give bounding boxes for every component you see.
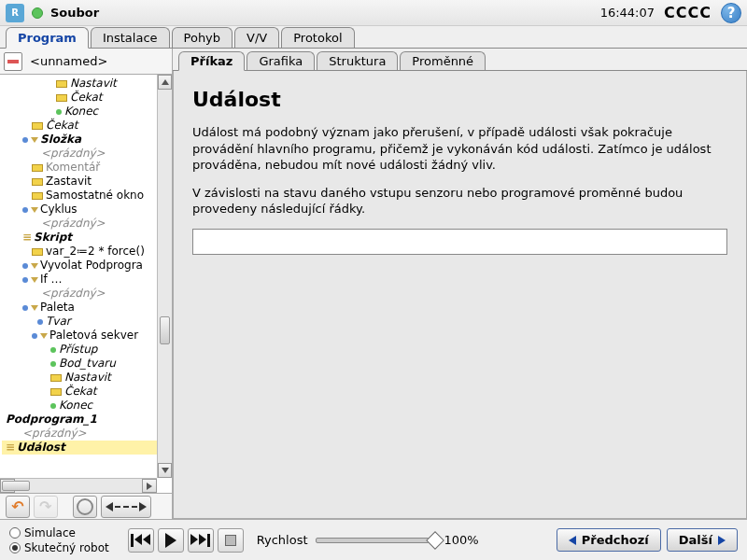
scroll-thumb[interactable] [160,316,170,344]
stop-button[interactable] [218,528,244,553]
tree-row[interactable]: Tvar [2,315,172,329]
tree-label: Konec [64,105,98,119]
command-panel: Událost Událost má podobný význam jako p… [173,71,747,519]
undo-button[interactable]: ↶ [6,496,30,518]
arrow-left-icon [569,536,576,545]
radio-simulation[interactable]: Simulace [9,526,109,539]
tree-row[interactable]: Komentář [2,161,172,175]
tree-hscrollbar[interactable] [0,478,157,493]
radio-real-robot[interactable]: Skutečný robot [9,541,109,554]
tree-label: Paletová sekver [49,329,138,343]
tree-label: Vyvolat Podprogra [40,259,143,273]
tree-row[interactable]: Vyvolat Podprogra [2,259,172,273]
radio-real-label: Skutečný robot [24,541,109,554]
compass-icon [77,498,93,515]
tree-row[interactable]: Cyklus [2,203,172,217]
slider-handle-icon[interactable] [426,531,444,550]
tab-instalace[interactable]: Instalace [91,27,170,48]
speed-slider[interactable] [316,538,437,543]
tree-row[interactable]: Paletová sekver [2,329,172,343]
redo-button[interactable]: ↶ [34,496,58,518]
tree-row[interactable]: Zastavit [2,175,172,189]
footer-toolbar: Simulace Skutečný robot Rychlost 100% Př… [0,519,747,560]
tree-row[interactable]: <prázdný> [2,287,172,301]
ur-logo: R [6,4,24,22]
program-tree[interactable]: NastavitČekatKonecČekatSložka<prázdný>Ko… [0,75,172,493]
main-tabbar: Program Instalace Pohyb V/V Protokol [0,26,747,49]
prev-button[interactable]: Předchozí [557,528,661,552]
tree-label: Samostatné okno [46,189,144,203]
tree-row[interactable]: Čekat [2,119,172,133]
help-icon[interactable]: ? [721,3,741,23]
tree-row[interactable]: <prázdný> [2,147,172,161]
tree-row[interactable]: Samostatné okno [2,189,172,203]
tree-label: Bod_tvaru [59,357,116,371]
tree-row[interactable]: Nastavit [2,77,172,91]
tree-navbar: ↶ ↶ [0,493,172,519]
target-button[interactable] [73,496,97,518]
tree-row[interactable]: <prázdný> [2,427,172,441]
undo-icon: ↶ [11,497,23,515]
scroll-up-button[interactable] [158,75,172,90]
tree-row[interactable]: If … [2,273,172,287]
scroll-down-button[interactable] [158,463,172,478]
tree-label: Nastavit [70,77,117,91]
scroll-hthumb[interactable] [2,481,30,491]
tree-row[interactable]: Konec [2,105,172,119]
event-expression-field[interactable] [192,229,727,255]
prev-label: Předchozí [582,533,649,547]
program-name: <unnamed> [30,54,107,68]
tree-row[interactable]: Paleta [2,301,172,315]
tree-row[interactable]: Složka [2,133,172,147]
tab-struktura[interactable]: Struktura [317,51,398,70]
tree-row[interactable]: Bod_tvaru [2,357,172,371]
tree-row[interactable]: Nastavit [2,371,172,385]
tab-protokol[interactable]: Protokol [281,27,354,48]
tree-label: Tvar [46,315,71,329]
tab-grafika[interactable]: Grafika [247,51,315,70]
detail-tabbar: Příkaz Grafika Struktura Proměnné [173,49,747,71]
next-button[interactable]: Další [667,528,738,552]
tree-label: Složka [40,133,81,147]
rewind-button[interactable] [128,528,154,553]
redo-icon: ↶ [39,497,51,515]
tree-label: If … [40,273,63,287]
tab-program[interactable]: Program [6,27,89,49]
menu-file[interactable]: Soubor [50,6,99,20]
tree-label: var_2≔2 * force() [46,245,145,259]
play-button[interactable] [158,528,184,553]
speed-label: Rychlost [257,533,308,547]
tab-prikaz[interactable]: Příkaz [178,51,245,71]
tree-row[interactable]: Konec [2,399,172,413]
tab-vv[interactable]: V/V [234,27,279,48]
tree-label: Skript [34,231,72,245]
tree-row[interactable]: Čekat [2,91,172,105]
next-label: Další [679,533,712,547]
tab-promenne[interactable]: Proměnné [400,51,486,70]
tree-label: Podprogram_1 [6,413,97,427]
chevron-right-icon [139,502,147,511]
tree-row[interactable]: Podprogram_1 [2,413,172,427]
scroll-right-button[interactable] [142,479,157,493]
tree-row[interactable]: <prázdný> [2,217,172,231]
tree-row[interactable]: ≡Událost [2,441,172,455]
tree-label: Událost [17,441,65,455]
forward-button[interactable] [188,528,214,553]
tree-row[interactable]: var_2≔2 * force() [2,245,172,259]
tree-vscrollbar[interactable] [157,75,172,478]
move-node-button[interactable] [101,496,151,518]
radio-icon [9,542,21,553]
tab-pohyb[interactable]: Pohyb [172,27,233,48]
tree-row[interactable]: ≡Skript [2,231,172,245]
save-icon[interactable] [4,52,22,71]
panel-desc-1: Událost má podobný význam jako přerušení… [192,124,727,174]
tree-label: Nastavit [64,371,111,385]
tree-row[interactable]: Čekat [2,385,172,399]
arrow-right-icon [718,536,726,545]
tree-row[interactable]: Přístup [2,343,172,357]
tree-label: <prázdný> [22,427,87,441]
status-indicator-icon [32,7,43,19]
speed-value: 100% [444,533,479,547]
tree-label: <prázdný> [41,217,106,231]
tree-label: Konec [59,399,92,413]
